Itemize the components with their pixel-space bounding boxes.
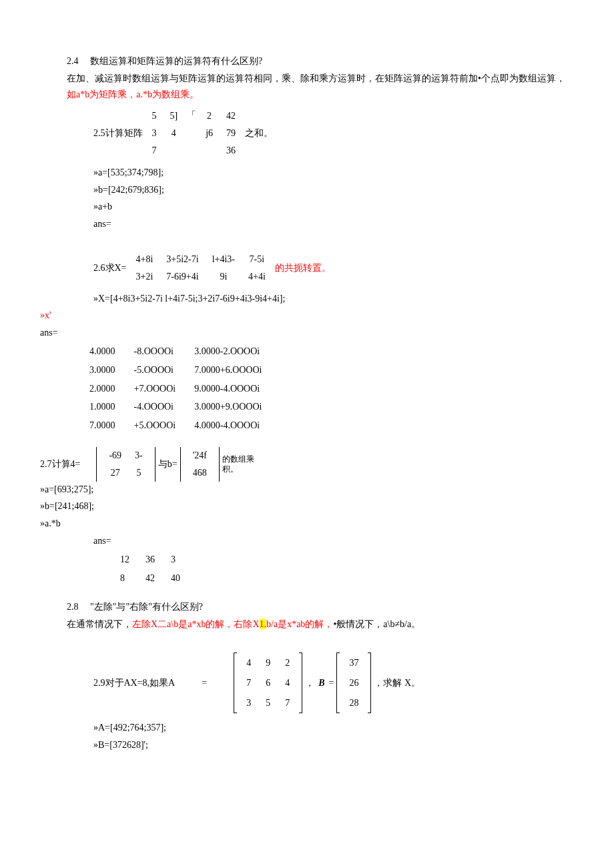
q29-comma: ， (305, 675, 314, 691)
q28-pre: 在通常情况下， (67, 619, 132, 629)
cell: 8 (120, 569, 145, 588)
cell: 7-6i9+4i (160, 268, 205, 286)
cell: 7-5i (242, 251, 272, 268)
q26-statement: 2.6求X= 4+8i 3+5i2-7i l+4i3- 7-5i 3+2i 7-… (93, 251, 574, 286)
cell (199, 142, 220, 159)
cell: 79 (220, 125, 242, 142)
q25-bracket: 「 (187, 107, 196, 123)
cell: 7 (278, 694, 296, 713)
q25-matrix-2: 242 j679 36 (199, 107, 242, 159)
cell: 3 (145, 125, 164, 142)
cell: 4+8i (129, 251, 160, 268)
q29-eq: = (202, 675, 207, 691)
cell: 2 (199, 107, 220, 125)
cell: 3.0000+9.OOOOi (185, 398, 271, 416)
cell: 40 (171, 569, 196, 588)
q26-ans-label: ans= (40, 325, 574, 341)
cell: '24f (186, 447, 214, 464)
cell: 6 (259, 674, 277, 693)
q29-code-2: »B=[372628]'; (93, 737, 574, 753)
cell: 4 (278, 674, 296, 693)
cell: 4.0000 (80, 342, 125, 361)
q27-label-pre: 2.7计算4= (40, 456, 80, 472)
cell: -5.OOOOi (125, 361, 186, 380)
cell: +7.OOOOi (125, 380, 186, 398)
cell (164, 142, 185, 159)
cell: 4 (240, 654, 258, 673)
cell: 7 (240, 674, 258, 693)
q24-answer-pre: 在加、减运算时数组运算与矩阵运算的运算符相同，乘、除和乘方运算时，在矩阵运算的运… (67, 73, 565, 83)
q25-statement: 2.5计算矩阵 55] 34 7 「 242 j679 36 之和。 (93, 107, 574, 159)
q27-code-2: »b=[241;468]; (40, 498, 574, 514)
q27-matrix-b: '24f 468 (186, 447, 214, 482)
q26-label-pre: 2.6求X= (93, 260, 127, 276)
cell: 28 (342, 694, 365, 713)
cell: 3.0000-2.OOOOi (185, 342, 271, 361)
cell: 5 (145, 107, 164, 125)
q27-label-post: 的数组乘 积。 (222, 454, 254, 474)
cell: 9.0000-4.OOOOi (185, 380, 271, 398)
cell: 1.0000 (80, 398, 125, 416)
q26-ans-table: 4.0000-8.OOOOi3.0000-2.OOOOi 3.0000-5.OO… (80, 342, 271, 435)
q29-code-1: »A=[492;764;357]; (93, 720, 574, 736)
cell: 7.0000 (80, 416, 125, 435)
q25-code-2: »b=[242;679;836]; (93, 182, 574, 198)
q25-label-pre: 2.5计算矩阵 (93, 125, 143, 141)
cell: +5.OOOOi (125, 416, 186, 435)
q24-answer: 在加、减运算时数组运算与矩阵运算的运算符相同，乘、除和乘方运算时，在矩阵运算的运… (67, 71, 574, 103)
cell: 3+2i (129, 268, 160, 286)
cell: 27 (102, 464, 128, 482)
cell: 2 (278, 654, 296, 673)
cell: 9i (206, 268, 242, 286)
cell: 36 (220, 142, 242, 159)
cell: 3- (128, 447, 149, 464)
cell: j6 (199, 125, 220, 142)
cell: 4 (164, 125, 185, 142)
q24-title: 2.4 数组运算和矩阵运算的运算符有什么区别? (67, 53, 574, 69)
q27-mid: 与b= (158, 456, 178, 472)
q28-red1: 左除X二a\b是a*xb的解，右除X (132, 619, 260, 629)
q28-post: •般情况下，a\b≠b/a。 (333, 619, 420, 629)
q28-title: 2.8 "左除"与"右除"有什么区别? (67, 599, 574, 615)
cell: 7 (145, 142, 164, 159)
q29-matrix-a: 492 764 357 (238, 653, 298, 713)
q28-red2: b/a是x*ab的解， (266, 619, 333, 629)
cell: 42 (145, 569, 171, 588)
q29-statement: 2.9对于AX=8,如果A = 492 764 357 ， B = 37 26 … (93, 653, 574, 713)
cell: 12 (120, 550, 145, 569)
cell: 42 (220, 107, 242, 125)
cell: 4.0000-4.OOOOi (185, 416, 271, 435)
q27-matrix-a: -693- 275 (102, 447, 149, 482)
q29-matrix-b: 37 26 28 (341, 653, 366, 713)
cell: -8.OOOOi (125, 342, 186, 361)
cell: l+4i3- (206, 251, 242, 268)
q25-code-1: »a=[535;374;798]; (93, 165, 574, 181)
q24-answer-red: 如a*b为矩阵乘，a.*b为数组乘。 (67, 89, 199, 99)
q27-statement: 2.7计算4= -693- 275 与b= '24f 468 的数组乘 积。 (40, 447, 574, 482)
q26-label-post: 的共扼转置。 (275, 260, 331, 276)
cell: 36 (145, 550, 171, 569)
q29-eq2: = (328, 675, 334, 691)
q25-label-post: 之和。 (245, 125, 273, 141)
q28-highlight: 1. (260, 619, 267, 629)
cell: -4.OOOOi (125, 398, 186, 416)
cell: -69 (102, 447, 128, 464)
q25-code-4: ans= (93, 216, 574, 232)
cell: 5 (259, 694, 277, 713)
cell: 9 (259, 654, 277, 673)
cell: 5 (128, 464, 149, 482)
cell: 37 (342, 654, 365, 673)
cell: 5] (164, 107, 185, 125)
q25-code-3: »a+b (93, 199, 574, 215)
cell: 3.0000 (80, 361, 125, 380)
cell: 26 (342, 674, 365, 693)
cell: 2.0000 (80, 380, 125, 398)
cell: 3 (171, 550, 196, 569)
cell: 468 (186, 464, 214, 482)
q28-answer: 在通常情况下，左除X二a\b是a*xb的解，右除X1.b/a是x*ab的解，•般… (67, 616, 574, 632)
q27-ans-label: ans= (93, 533, 574, 549)
q26-matrix: 4+8i 3+5i2-7i l+4i3- 7-5i 3+2i 7-6i9+4i … (129, 251, 272, 286)
cell: 3 (240, 694, 258, 713)
cell: 3+5i2-7i (160, 251, 205, 268)
q29-post: ，求解 X。 (374, 675, 420, 691)
